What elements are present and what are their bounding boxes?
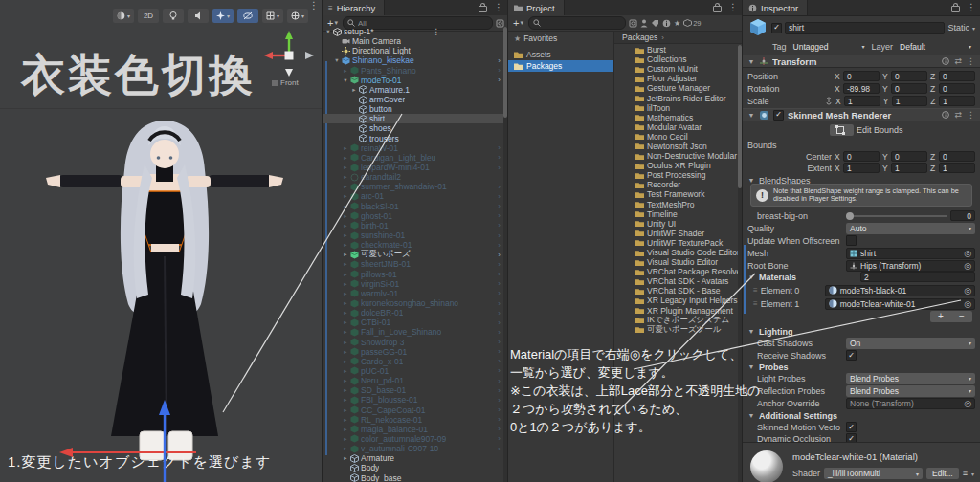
expander-arrow-icon[interactable]: ▸	[342, 192, 349, 200]
assets-folder-item[interactable]: Assets	[508, 49, 613, 60]
hierarchy-row[interactable]: ▸ Snowdrop 3 ›	[323, 338, 503, 347]
materials-row[interactable]: ▾Materials 2	[743, 271, 980, 283]
prefab-chevron-icon[interactable]: ›	[498, 396, 501, 405]
material-preview-sphere[interactable]	[750, 450, 783, 482]
inspector-tab[interactable]: Inspector	[743, 0, 808, 15]
package-item[interactable]: Floor Adjuster	[614, 74, 738, 83]
blendshape-slider[interactable]	[846, 215, 947, 217]
search-by-label-icon[interactable]	[651, 19, 659, 27]
hierarchy-row[interactable]: ▸ color_autumnale907-09 ›	[323, 434, 503, 444]
package-item[interactable]: XR Plugin Management	[614, 306, 738, 316]
hierarchy-row[interactable]: ▸ Cardo_x-01 ›	[323, 357, 503, 366]
component-kebab-icon[interactable]: ⋮	[967, 56, 975, 66]
blendshape-value-field[interactable]: 0	[950, 210, 975, 221]
hierarchy-row[interactable]: ▸ CC_CapeCoat-01 ›	[323, 405, 503, 414]
expander-arrow-icon[interactable]: ▸	[342, 231, 349, 239]
root-bone-object-field[interactable]: Hips (Transform) ◎	[846, 260, 975, 272]
expander-arrow-icon[interactable]: ▸	[342, 358, 349, 365]
expander-arrow-icon[interactable]: ▸	[342, 454, 349, 462]
center-x-field[interactable]: 0	[843, 151, 880, 162]
package-item[interactable]: Collections	[614, 55, 738, 64]
hierarchy-tab[interactable]: ≡ Hierarchy	[323, 0, 385, 15]
package-item[interactable]: Mono Cecil	[614, 132, 738, 142]
hierarchy-row[interactable]: ▸ kuronekosonghao_shinano ›	[323, 298, 503, 308]
prefab-chevron-icon[interactable]: ›	[498, 357, 501, 365]
create-asset-button[interactable]: +▾	[511, 17, 525, 29]
hierarchy-row[interactable]: ▸ 可愛いポーズ ›	[323, 250, 503, 259]
expander-arrow-icon[interactable]: ▸	[342, 260, 349, 268]
offscreen-checkbox[interactable]	[846, 235, 857, 246]
static-dropdown-arrow-icon[interactable]: ▾	[972, 25, 975, 32]
presets-icon[interactable]: ⇄	[954, 56, 962, 66]
expander-arrow-icon[interactable]: ▾	[333, 56, 341, 64]
hierarchy-row[interactable]: ▸ CTBi-01 ›	[323, 318, 503, 327]
package-item[interactable]: Timeline	[614, 209, 738, 219]
scale-z-field[interactable]: 1	[939, 96, 975, 106]
hierarchy-row[interactable]: ▸ Pants_Shinano ›	[323, 66, 503, 76]
shader-edit-button[interactable]: Edit...	[926, 468, 959, 479]
rotation-z-field[interactable]: 0	[939, 83, 975, 94]
hierarchy-row[interactable]: ▸ ghost-01 ›	[323, 211, 503, 221]
hierarchy-row[interactable]: button	[323, 104, 503, 114]
hierarchy-row[interactable]: ▾ Shinano_kisekae ›	[323, 55, 503, 65]
scene-audio-button[interactable]	[188, 9, 209, 23]
position-y-field[interactable]: 0	[891, 71, 927, 81]
prefab-chevron-icon[interactable]: ›	[498, 377, 501, 385]
hierarchy-row[interactable]: ▾ modeTo-01 ›	[323, 76, 503, 85]
transform-header[interactable]: ▼ Transform ⇄⋮	[743, 55, 980, 68]
prefab-chevron-icon[interactable]: ›	[498, 260, 501, 269]
expander-arrow-icon[interactable]: ▸	[342, 348, 349, 356]
rotation-x-field[interactable]: -89.98	[843, 83, 880, 94]
hierarchy-row[interactable]: ▸ pUC-01 ›	[323, 366, 503, 376]
package-item[interactable]: UnlitWF TexturePack	[614, 238, 738, 248]
grid-visibility-button[interactable]: ▾	[262, 9, 283, 23]
center-z-field[interactable]: 0	[939, 151, 975, 162]
prefab-chevron-icon[interactable]: ›	[498, 445, 501, 453]
help-icon[interactable]	[942, 111, 949, 119]
hierarchy-row[interactable]: Body_base	[323, 472, 503, 482]
hierarchy-row[interactable]: ▸ Cardigan_Light_bleu ›	[323, 153, 503, 163]
tab-kebab-icon[interactable]: ⋮	[967, 2, 976, 12]
lock-icon[interactable]	[951, 6, 960, 12]
shader-menu-icon[interactable]: ≡	[963, 469, 968, 478]
hierarchy-row[interactable]: shirt	[323, 114, 503, 123]
hierarchy-row[interactable]: ▸ Armature.1	[323, 85, 503, 95]
prefab-chevron-icon[interactable]: ›	[498, 366, 501, 375]
prefab-chevron-icon[interactable]: ›	[498, 338, 501, 346]
package-item[interactable]: Burst	[614, 45, 738, 55]
expander-arrow-icon[interactable]: ▸	[342, 67, 349, 75]
package-item[interactable]: Oculus XR Plugin	[614, 161, 738, 170]
anchor-override-field[interactable]: None (Transform) ◎	[846, 398, 975, 409]
expander-arrow-icon[interactable]: ▸	[342, 406, 349, 414]
info-icon[interactable]	[662, 19, 671, 28]
gizmo-center-cube[interactable]	[285, 52, 294, 60]
remove-element-button[interactable]: −	[951, 311, 972, 322]
drag-handle-icon[interactable]: ≡	[753, 299, 758, 308]
drag-handle-icon[interactable]: ≡	[753, 286, 758, 295]
prefab-chevron-icon[interactable]: ›	[498, 347, 501, 356]
hierarchy-row[interactable]: ▸ SD_base-01 ›	[323, 385, 503, 395]
hierarchy-row[interactable]: ▸ checkmate-01 ›	[323, 240, 503, 250]
static-label[interactable]: Static	[947, 23, 969, 33]
search-by-type-icon[interactable]	[640, 19, 648, 28]
expander-arrow-icon[interactable]: ▸	[342, 290, 349, 297]
object-picker-icon[interactable]: ◎	[964, 286, 971, 296]
tag-dropdown[interactable]: Untagged▾	[790, 41, 869, 53]
rotation-y-field[interactable]: 0	[891, 83, 927, 94]
expander-arrow-icon[interactable]: ▸	[342, 271, 349, 278]
hierarchy-row[interactable]: ▸ Fall_in_Love_Shinano ›	[323, 327, 503, 337]
expander-arrow-icon[interactable]: ▸	[342, 309, 349, 317]
prefab-chevron-icon[interactable]: ›	[498, 386, 501, 395]
receive-shadows-checkbox[interactable]: ✓	[846, 350, 857, 361]
prefab-chevron-icon[interactable]: ›	[498, 279, 501, 288]
hierarchy-row[interactable]: ▸ birth-01 ›	[323, 221, 503, 230]
prefab-chevron-icon[interactable]: ›	[498, 211, 501, 220]
foldout-arrow-icon[interactable]: ▼	[747, 58, 755, 65]
project-search-input[interactable]	[528, 16, 626, 30]
expander-arrow-icon[interactable]: ▸	[342, 241, 349, 249]
hierarchy-row[interactable]: armCover	[323, 95, 503, 104]
hierarchy-row[interactable]: Body	[323, 463, 503, 472]
package-item[interactable]: Visual Studio Code Editor	[614, 248, 738, 257]
2d-toggle-button[interactable]: 2D	[138, 9, 159, 23]
extent-y-field[interactable]: 1	[891, 163, 927, 173]
